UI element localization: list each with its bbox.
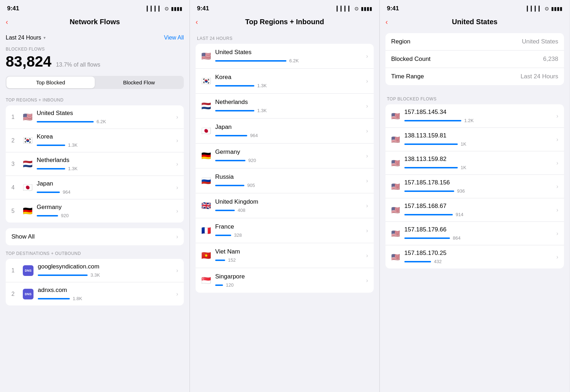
region-item[interactable]: 🇺🇸 United States 6.2K › [196, 44, 374, 69]
toggle-top-blocked[interactable]: Top Blocked [6, 77, 95, 88]
region-item[interactable]: 🇰🇷 Korea 1.3K › [196, 69, 374, 94]
flag-us-ip2: 🇺🇸 [391, 135, 400, 144]
detail-info-card: Region United States Blocked Count 6,238… [385, 33, 564, 85]
region-item[interactable]: 🇷🇺 Russia 905 › [196, 168, 374, 193]
ip-item[interactable]: 🇺🇸 138.113.159.81 1K › [385, 128, 564, 151]
wifi-icon-3: ⊙ [545, 6, 549, 11]
region-item[interactable]: 🇫🇷 France 328 › [196, 218, 374, 243]
show-all-item[interactable]: Show All › [6, 228, 184, 245]
item-info-jp: Japan 964 [37, 180, 173, 195]
detail-value-count: 6,238 [543, 56, 558, 63]
bar-track [215, 185, 244, 186]
back-button-2[interactable]: ‹ [196, 18, 198, 26]
bar-label: 1.3K [257, 108, 267, 113]
bar-label: 914 [456, 212, 463, 217]
flag-nl-p2: 🇳🇱 [201, 101, 211, 111]
flag-us-ip1: 🇺🇸 [391, 112, 400, 120]
bar-label: 432 [434, 259, 442, 264]
dns-icon: DNS [23, 265, 33, 276]
bar-track [38, 298, 70, 299]
signal-icon-1: ▎▎▎▎ [147, 6, 162, 11]
bar-track [215, 85, 254, 87]
nav-bar-3: ‹ United States [380, 15, 570, 30]
list-item[interactable]: 4 🇯🇵 Japan 964 › [6, 176, 184, 199]
region-item[interactable]: 🇳🇱 Netherlands 1.3K › [196, 94, 374, 119]
chevron-icon: › [176, 114, 178, 120]
flag-us: 🇺🇸 [23, 113, 32, 122]
content-2: LAST 24 HOURS 🇺🇸 United States 6.2K › 🇰🇷… [190, 30, 379, 392]
list-item[interactable]: 1 🇺🇸 United States 6.2K › [6, 105, 184, 129]
bar-label: 964 [250, 133, 258, 138]
bar-track [215, 210, 235, 211]
bar-track [404, 190, 454, 192]
back-button-3[interactable]: ‹ [385, 18, 388, 26]
bar-label: 905 [247, 183, 255, 188]
bar-container: 1.3K [37, 142, 173, 148]
ip-item[interactable]: 🇺🇸 157.185.170.25 432 › [385, 245, 564, 268]
back-button-1[interactable]: ‹ [6, 18, 8, 26]
detail-count-row: Blocked Count 6,238 [385, 51, 564, 68]
status-icons-3: ▎▎▎▎ ⊙ ▮▮▮▮ [527, 6, 563, 11]
flag-jp-p2: 🇯🇵 [201, 126, 211, 136]
content-3: Region United States Blocked Count 6,238… [380, 30, 570, 392]
region-item[interactable]: 🇬🇧 United Kingdom 408 › [196, 193, 374, 218]
list-item[interactable]: 2 DNS adnxs.com 1.8K › [6, 282, 184, 305]
nav-bar-1: ‹ Network Flows [0, 15, 190, 30]
bar-container: 914 [404, 212, 554, 217]
bar-track [215, 110, 254, 111]
rank-1: 1 [11, 114, 19, 120]
bar-track [37, 215, 58, 216]
flag-de: 🇩🇪 [23, 207, 32, 216]
list-item[interactable]: 3 🇳🇱 Netherlands 1.3K › [6, 152, 184, 176]
top-regions-card: 1 🇺🇸 United States 6.2K › 2 🇰🇷 Korea [6, 105, 184, 223]
ip-item[interactable]: 🇺🇸 157.185.178.156 936 › [385, 175, 564, 198]
status-bar-1: 9:41 ▎▎▎▎ ⊙ ▮▮▮▮ [0, 0, 190, 15]
item-info: Netherlands 1.3K [215, 99, 363, 113]
ip-info: 157.185.145.34 1.2K [404, 109, 554, 123]
item-info: Viet Nam 152 [215, 248, 363, 263]
region-item[interactable]: 🇩🇪 Germany 920 › [196, 143, 374, 168]
view-all-button[interactable]: View All [164, 35, 184, 41]
list-item[interactable]: 1 DNS googlesyndication.com 3.3K › [6, 259, 184, 282]
region-item[interactable]: 🇸🇬 Singarpore 120 › [196, 268, 374, 293]
flag-gb-p2: 🇬🇧 [201, 201, 211, 210]
detail-label-count: Blocked Count [391, 56, 431, 63]
ip-address: 138.113.159.81 [404, 132, 554, 139]
ip-item[interactable]: 🇺🇸 157.185.145.34 1.2K › [385, 104, 564, 128]
item-info-nl: Netherlands 1.3K [37, 157, 173, 171]
bar-container: 1.2K [404, 118, 554, 123]
bar-container: 864 [404, 235, 554, 241]
ip-item[interactable]: 🇺🇸 138.113.159.82 1K › [385, 151, 564, 175]
time-label: Last 24 Hours [6, 35, 41, 41]
detail-time-row: Time Range Last 24 Hours [385, 68, 564, 85]
rank-5: 5 [11, 208, 19, 214]
region-item[interactable]: 🇯🇵 Japan 964 › [196, 119, 374, 143]
bar-label: 408 [238, 208, 245, 213]
battery-icon-1: ▮▮▮▮ [171, 6, 182, 11]
time-selector[interactable]: Last 24 Hours ▾ [6, 35, 46, 41]
chevron-icon: › [556, 207, 558, 213]
bar-track [215, 235, 231, 236]
flag-de-p2: 🇩🇪 [201, 151, 211, 161]
flag-us-ip7: 🇺🇸 [391, 253, 400, 261]
ip-item[interactable]: 🇺🇸 157.185.168.67 914 › [385, 198, 564, 222]
item-info: Germany 920 [215, 148, 363, 163]
toggle-blocked-flow[interactable]: Blocked Flow [95, 77, 183, 88]
bar-container: 6.2K [37, 119, 173, 124]
chevron-icon: › [176, 291, 178, 297]
ip-info: 138.113.159.82 1K [404, 156, 554, 170]
chevron-icon: › [556, 254, 558, 260]
top-regions-header: TOP REGIONS + INBOUND [6, 98, 184, 103]
ip-item[interactable]: 🇺🇸 157.185.179.66 864 › [385, 222, 564, 245]
list-item[interactable]: 5 🇩🇪 Germany 920 › [6, 199, 184, 223]
region-item[interactable]: 🇻🇳 Viet Nam 152 › [196, 243, 374, 268]
list-item[interactable]: 2 🇰🇷 Korea 1.3K › [6, 129, 184, 152]
bar-track [37, 168, 65, 169]
bar-label: 1K [461, 165, 466, 170]
ip-address: 157.185.145.34 [404, 109, 554, 116]
rank-d1: 1 [11, 267, 19, 274]
chevron-icon: › [366, 103, 368, 109]
flag-jp: 🇯🇵 [23, 183, 32, 192]
chevron-icon: › [556, 183, 558, 190]
bar-label: 6.2K [97, 119, 106, 124]
